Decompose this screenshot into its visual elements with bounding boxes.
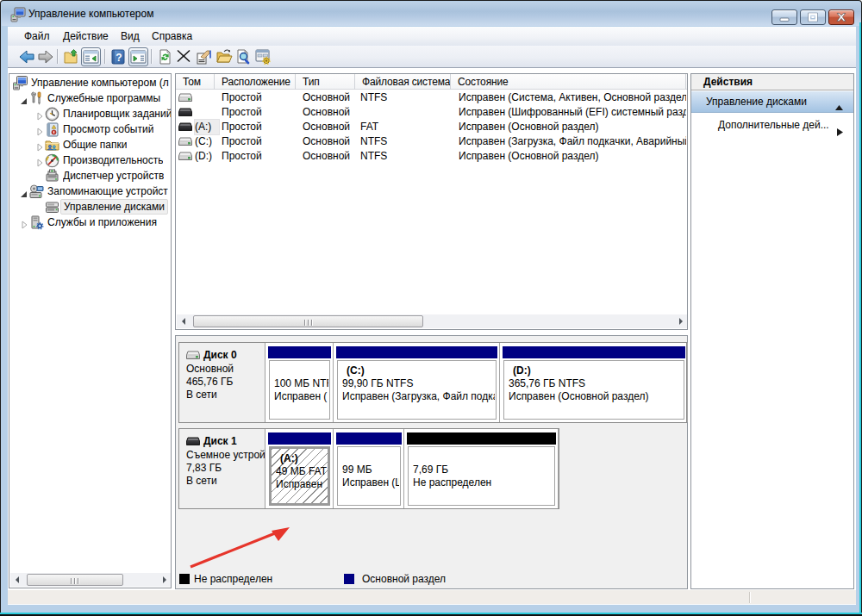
menu-file[interactable]: Файл [24, 27, 50, 46]
chevron-expanded-icon[interactable] [20, 94, 28, 103]
volume-row-(A:)[interactable]: (A:)ПростойОсновнойFATИсправен (Основной… [176, 120, 687, 134]
tree-item-label[interactable]: Производительность [63, 152, 163, 168]
tree-item-1[interactable]: Служебные программы [9, 90, 171, 106]
properties-icon [197, 55, 212, 67]
volume-row-1[interactable]: ПростойОсновнойИсправен (Шифрованный (EF… [176, 105, 687, 120]
column-header-1[interactable]: Расположение [215, 74, 296, 90]
tree-item-label[interactable]: Просмотр событий [63, 121, 153, 137]
menu-view[interactable]: Вид [121, 27, 140, 46]
partition-body[interactable]: (D:)365,76 ГБ NTFSИсправен (Основной раз… [503, 360, 684, 420]
partition-1-1[interactable]: 99 МБИсправен (Ш [334, 429, 404, 508]
disk-basic-icon [186, 351, 200, 363]
close-button[interactable] [828, 9, 854, 25]
volume-row-(C:)[interactable]: (C:)ПростойОсновнойNTFSИсправен (Загрузк… [176, 134, 687, 149]
primary-partition-band [503, 346, 685, 358]
toolbar-find-button[interactable] [236, 49, 252, 65]
tree-item-label[interactable]: Управление компьютером (л [31, 75, 169, 90]
tree-item-3[interactable]: Просмотр событий [9, 121, 171, 137]
partition-1-0[interactable]: (A:)49 МБ FATИсправен [266, 429, 334, 508]
tree-item-4[interactable]: Общие папки [9, 137, 171, 152]
partition-body[interactable]: (C:)99,90 ГБ NTFSИсправен (Загрузка, Фай… [337, 360, 497, 420]
tree-item-9[interactable]: Службы и приложения [9, 215, 171, 230]
system-tools-icon [29, 91, 43, 105]
actions-group-disk-management[interactable]: Управление дисками [691, 91, 853, 113]
column-header-3[interactable]: Файловая система [355, 74, 451, 90]
tree-item-5[interactable]: Производительность [9, 152, 171, 168]
scrollbar-grip [304, 320, 306, 326]
tree-item-6[interactable]: Диспетчер устройств [9, 168, 171, 184]
toolbar-export-list-button[interactable] [64, 49, 79, 65]
chevron-collapsed-icon[interactable] [35, 109, 44, 118]
partition-1-2[interactable]: 7,69 ГБНе распределен [405, 429, 559, 508]
tree-item-label[interactable]: Службы и приложения [47, 215, 157, 230]
volume-cell-name: (A:) [195, 120, 219, 134]
volume-cell-status: Исправен (Основной раздел) [459, 120, 686, 134]
tree-item-2[interactable]: Планировщик заданий [9, 106, 171, 121]
toolbar-refresh-button[interactable] [158, 49, 173, 65]
tree-item-7[interactable]: Запоминающие устройст [9, 184, 171, 199]
column-header-0[interactable]: Том [176, 74, 215, 90]
tree-item-label[interactable]: Запоминающие устройст [47, 184, 168, 199]
menu-help[interactable]: Справка [152, 27, 192, 46]
toolbar-toggle-console-tree-button[interactable] [81, 47, 101, 66]
toolbar-toggle-action-pane-button[interactable] [128, 47, 148, 66]
toolbar-console-options-button[interactable] [255, 49, 271, 65]
column-header-4[interactable]: Состояние [451, 74, 686, 90]
scroll-left-arrow-icon[interactable] [10, 573, 25, 587]
disk-label-1[interactable]: Диск 1Съемное устрой7,83 ГБВ сети [179, 429, 265, 508]
partition-name: (C:) [347, 364, 495, 376]
toolbar-delete-button[interactable] [177, 49, 192, 65]
partition-status: Исправен (Основной раздел) [509, 390, 683, 402]
minimize-button[interactable] [771, 9, 797, 25]
tree-item-label[interactable]: Планировщик заданий [63, 106, 172, 121]
actions-group-label: Управление дисками [706, 96, 807, 108]
chevron-collapsed-icon[interactable] [35, 140, 44, 149]
column-header-2[interactable]: Тип [296, 74, 355, 90]
partition-body[interactable]: 100 МБ NTFИсправен ( [269, 360, 330, 420]
chevron-expanded-icon[interactable] [20, 187, 28, 196]
volume-list-horizontal-scrollbar[interactable] [177, 314, 688, 328]
toolbar-open-button[interactable] [216, 49, 232, 65]
tree-item-label[interactable]: Служебные программы [47, 90, 160, 106]
tree-item-label[interactable]: Общие папки [63, 137, 127, 152]
toolbar-help-button[interactable]: ? [111, 49, 127, 65]
partition-info: 99 МБ [342, 464, 399, 476]
partition-0-1[interactable]: (C:)99,90 ГБ NTFSИсправен (Загрузка, Фай… [334, 343, 500, 422]
scrollbar-thumb[interactable] [193, 315, 423, 327]
chevron-collapsed-icon[interactable] [35, 156, 44, 165]
actions-header: Действия [691, 74, 853, 90]
partition-0-0[interactable]: 100 МБ NTFИсправен ( [266, 343, 334, 422]
scroll-right-arrow-icon[interactable] [673, 314, 688, 328]
action-item-0[interactable]: Дополнительные дей... [691, 114, 853, 136]
partition-body[interactable]: 7,69 ГБНе распределен [408, 446, 555, 506]
volume-cell-type: Основной [303, 149, 355, 164]
performance-icon [45, 153, 59, 167]
scrollbar-thumb[interactable] [27, 574, 123, 586]
partition-0-2[interactable]: (D:)365,76 ГБ NTFSИсправен (Основной раз… [501, 343, 688, 422]
volume-row-0[interactable]: ПростойОсновнойNTFSИсправен (Система, Ак… [176, 90, 687, 105]
volume-cell-status: Исправен (Шифрованный (EFI) системный ра… [459, 105, 686, 120]
scroll-left-arrow-icon[interactable] [177, 314, 191, 328]
chevron-collapsed-icon[interactable] [35, 125, 44, 134]
tree-item-label[interactable]: Управление дисками [60, 199, 168, 215]
tree-item-label[interactable]: Диспетчер устройств [63, 168, 164, 184]
partition-name: (D:) [513, 364, 683, 376]
tree-item-0[interactable]: Управление компьютером (л [9, 75, 171, 90]
tree-item-8[interactable]: Управление дисками [9, 199, 171, 215]
volume-cell-location: Простой [222, 134, 296, 149]
partition-body[interactable]: (A:)49 МБ FATИсправен [269, 446, 330, 506]
disk-label-0[interactable]: Диск 0Основной465,76 ГБВ сети [179, 343, 265, 422]
maximize-button[interactable] [800, 9, 826, 25]
menu-action[interactable]: Действие [63, 27, 109, 46]
scroll-right-arrow-icon[interactable] [157, 573, 172, 587]
disk-removable-icon [186, 437, 200, 449]
partition-body[interactable]: 99 МБИсправен (Ш [337, 446, 401, 506]
toolbar-forward-button[interactable] [38, 49, 53, 65]
toolbar-back-button[interactable] [19, 49, 34, 65]
partition-status: Не распределен [413, 476, 553, 488]
volume-row-(D:)[interactable]: (D:)ПростойОсновнойNTFSИсправен (Основно… [176, 149, 687, 164]
chevron-collapsed-icon[interactable] [20, 218, 28, 227]
toolbar-properties-button[interactable] [197, 49, 212, 65]
volume-light-icon [178, 152, 192, 161]
tree-horizontal-scrollbar[interactable] [10, 573, 172, 587]
